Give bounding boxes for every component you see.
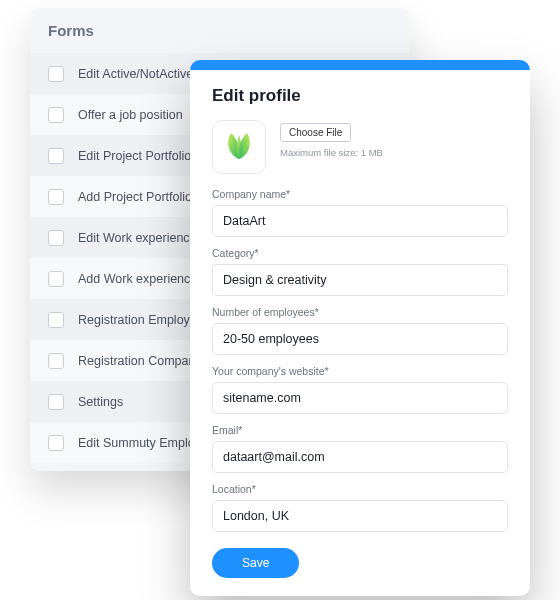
employees-field: Number of employees* [212,306,508,355]
website-field: Your company's website* [212,365,508,414]
edit-profile-modal: Edit profile [190,60,530,596]
list-item-label: Offer a job position [78,108,183,122]
employees-input[interactable] [212,323,508,355]
avatar [212,120,266,174]
email-input[interactable] [212,441,508,473]
list-item-label: Settings [78,395,123,409]
list-item-label: Registration Company [78,354,202,368]
location-input[interactable] [212,500,508,532]
list-item-label: Edit Active/NotActive [78,67,193,81]
company-name-input[interactable] [212,205,508,237]
list-item-label: Edit Work experience [78,231,197,245]
avatar-row: Choose File Maximum file size: 1 MB [212,120,508,174]
list-item-label: Add Work experience [78,272,197,286]
list-item-label: Edit Project Portfolio [78,149,191,163]
list-item-label: Add Project Portfolio [78,190,192,204]
file-upload-column: Choose File Maximum file size: 1 MB [280,120,383,158]
leaf-logo-icon [221,129,257,165]
checkbox-icon[interactable] [48,435,64,451]
checkbox-icon[interactable] [48,353,64,369]
file-size-hint: Maximum file size: 1 MB [280,147,383,158]
category-input[interactable] [212,264,508,296]
employees-label: Number of employees* [212,306,508,318]
modal-title: Edit profile [212,86,508,106]
checkbox-icon[interactable] [48,148,64,164]
company-name-label: Company name* [212,188,508,200]
location-label: Location* [212,483,508,495]
checkbox-icon[interactable] [48,394,64,410]
email-field: Email* [212,424,508,473]
checkbox-icon[interactable] [48,271,64,287]
checkbox-icon[interactable] [48,66,64,82]
checkbox-icon[interactable] [48,230,64,246]
company-name-field: Company name* [212,188,508,237]
choose-file-button[interactable]: Choose File [280,123,351,142]
checkbox-icon[interactable] [48,312,64,328]
checkbox-icon[interactable] [48,189,64,205]
forms-panel-title: Forms [30,8,410,53]
website-label: Your company's website* [212,365,508,377]
modal-accent-bar [190,60,530,70]
category-label: Category* [212,247,508,259]
modal-body: Edit profile [190,70,530,596]
website-input[interactable] [212,382,508,414]
email-label: Email* [212,424,508,436]
save-button[interactable]: Save [212,548,299,578]
list-item-label: Registration Employee [78,313,204,327]
location-field: Location* [212,483,508,532]
checkbox-icon[interactable] [48,107,64,123]
category-field: Category* [212,247,508,296]
